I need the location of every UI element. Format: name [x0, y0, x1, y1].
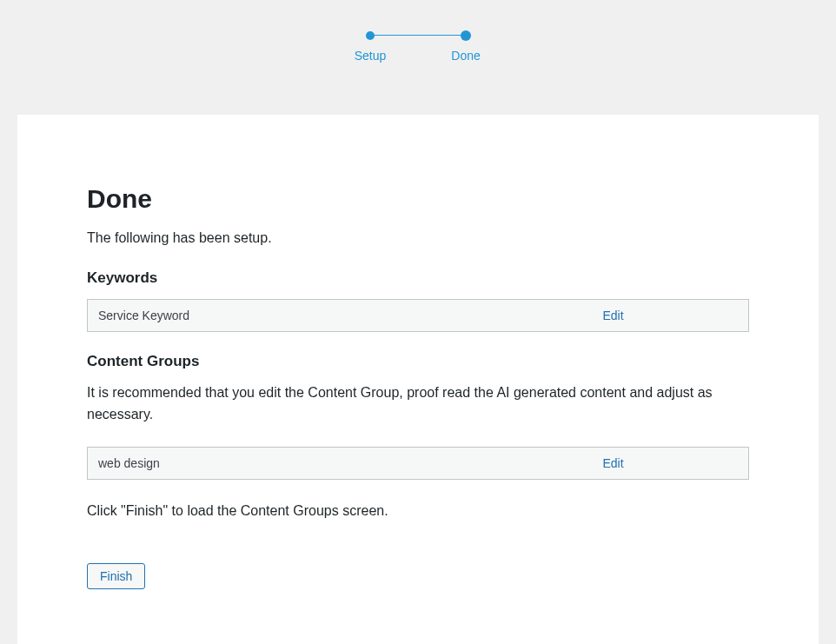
- page-subtext: The following has been setup.: [87, 228, 749, 249]
- table-row: Service Keyword Edit: [88, 300, 749, 332]
- page-title: Done: [87, 184, 749, 214]
- stepper: Setup Done: [0, 0, 836, 80]
- stepper-inner: Setup Done: [322, 31, 514, 63]
- content-groups-heading: Content Groups: [87, 353, 749, 370]
- step-setup[interactable]: Setup: [322, 31, 418, 63]
- keyword-name: Service Keyword: [88, 300, 593, 332]
- step-dot-icon: [366, 31, 375, 40]
- step-label: Done: [451, 49, 480, 63]
- keyword-action-cell: Edit: [593, 300, 749, 332]
- edit-keyword-link[interactable]: Edit: [603, 309, 624, 322]
- keywords-table: Service Keyword Edit: [87, 299, 749, 332]
- table-row: web design Edit: [88, 447, 749, 479]
- edit-content-group-link[interactable]: Edit: [603, 456, 624, 470]
- content-group-name: web design: [88, 447, 593, 479]
- content-groups-table: web design Edit: [87, 447, 749, 480]
- step-dot-icon: [461, 30, 471, 41]
- finish-button[interactable]: Finish: [87, 563, 145, 589]
- content-groups-description: It is recommended that you edit the Cont…: [87, 382, 749, 426]
- keywords-heading: Keywords: [87, 269, 749, 287]
- step-done[interactable]: Done: [418, 31, 514, 63]
- content-group-action-cell: Edit: [593, 447, 749, 479]
- content-card: Done The following has been setup. Keywo…: [17, 115, 819, 644]
- finish-instruction: Click "Finish" to load the Content Group…: [87, 501, 749, 522]
- step-label: Setup: [355, 49, 387, 63]
- finish-wrap: Finish: [87, 563, 749, 589]
